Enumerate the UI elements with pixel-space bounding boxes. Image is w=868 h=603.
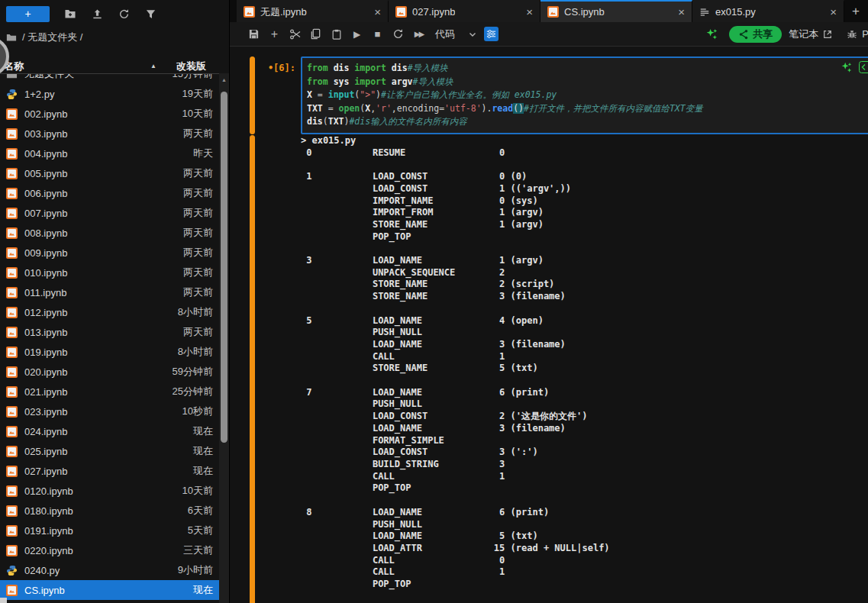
column-modified[interactable]: 改装版 bbox=[176, 60, 206, 73]
notebook-mode-label: 笔记本 bbox=[789, 27, 818, 41]
notebook-file-icon bbox=[6, 545, 18, 556]
output-collapser[interactable] bbox=[250, 135, 255, 603]
file-row-013.ipynb[interactable]: 013.ipynb两天前 bbox=[0, 322, 220, 342]
restart-kernel-button[interactable] bbox=[388, 25, 408, 44]
tab-close-icon[interactable]: × bbox=[526, 6, 533, 18]
breadcrumb[interactable]: / 无题文件夹 / bbox=[6, 30, 82, 45]
file-row-009.ipynb[interactable]: 009.ipynb两天前 bbox=[0, 243, 220, 263]
file-row-007.ipynb[interactable]: 007.ipynb两天前 bbox=[0, 203, 220, 223]
open-as-notebook-link[interactable]: 笔记本 bbox=[789, 27, 832, 41]
file-row-012.ipynb[interactable]: 012.ipynb8小时前 bbox=[0, 302, 220, 322]
file-row-003.ipynb[interactable]: 003.ipynb两天前 bbox=[0, 124, 220, 143]
save-button[interactable] bbox=[244, 25, 264, 44]
share-button[interactable]: 共享 bbox=[729, 26, 782, 43]
file-modified-time: 现在 bbox=[193, 464, 213, 478]
kernel-name[interactable]: P bbox=[862, 28, 868, 40]
notebook-file-icon bbox=[6, 446, 18, 457]
notebook-tab-icon bbox=[547, 6, 559, 18]
share-label: 共享 bbox=[753, 27, 773, 41]
sidebar-scrollbar[interactable]: ▲ bbox=[219, 73, 229, 603]
file-row-008.ipynb[interactable]: 008.ipynb两天前 bbox=[0, 223, 220, 243]
file-row-011.ipynb[interactable]: 011.ipynb两天前 bbox=[0, 282, 220, 302]
tab-close-icon[interactable]: × bbox=[678, 6, 685, 18]
file-row-004.ipynb[interactable]: 004.ipynb昨天 bbox=[0, 143, 220, 163]
file-name: 023.ipynb bbox=[24, 406, 67, 418]
file-name: 020.ipynb bbox=[24, 366, 67, 378]
file-row-006.ipynb[interactable]: 006.ipynb两天前 bbox=[0, 183, 220, 203]
generate-code-icon[interactable] bbox=[859, 61, 868, 73]
file-name: 011.ipynb bbox=[24, 287, 66, 298]
file-modified-time: 6天前 bbox=[188, 504, 213, 518]
file-modified-time: 19天前 bbox=[182, 87, 213, 101]
file-row-010.ipynb[interactable]: 010.ipynb两天前 bbox=[0, 263, 220, 282]
file-row-1+2.py[interactable]: 1+2.py19天前 bbox=[0, 84, 220, 104]
file-row-CS.ipynb[interactable]: CS.ipynb现在 bbox=[0, 580, 220, 600]
tab-close-icon[interactable]: × bbox=[374, 6, 381, 18]
refresh-icon[interactable] bbox=[118, 8, 130, 20]
file-row-0240.py[interactable]: 0240.py9小时前 bbox=[0, 560, 220, 580]
run-all-button[interactable]: ▶▶ bbox=[408, 25, 429, 44]
stop-kernel-button[interactable]: ■ bbox=[367, 25, 388, 44]
new-launcher-button[interactable]: + bbox=[6, 6, 50, 22]
file-modified-time: 10天前 bbox=[182, 484, 213, 498]
notebook-file-icon bbox=[6, 347, 18, 358]
cell-action-buttons bbox=[841, 61, 868, 73]
file-name: 0220.ipynb bbox=[24, 545, 73, 556]
file-row-0220.ipynb[interactable]: 0220.ipynb三天前 bbox=[0, 540, 220, 560]
notebook-toolbar: + ▶ ■ ▶▶ 代码 bbox=[230, 22, 868, 47]
file-row-027.ipynb[interactable]: 027.ipynb现在 bbox=[0, 461, 220, 481]
tab-ex015.py[interactable]: ex015.py× bbox=[692, 0, 844, 22]
file-row-020.ipynb[interactable]: 020.ipynb59分钟前 bbox=[0, 362, 220, 382]
paste-cell-button[interactable] bbox=[326, 25, 347, 44]
notebook-file-icon bbox=[6, 188, 18, 199]
folder-icon bbox=[6, 74, 18, 80]
file-row-025.ipynb[interactable]: 025.ipynb现在 bbox=[0, 441, 220, 461]
file-row-024.ipynb[interactable]: 024.ipynb现在 bbox=[0, 421, 220, 441]
tab-无题.ipynb[interactable]: 无题.ipynb× bbox=[237, 0, 389, 22]
filter-icon[interactable] bbox=[144, 8, 156, 20]
file-row-0120.ipynb[interactable]: 0120.ipynb10天前 bbox=[0, 481, 220, 501]
breadcrumb-path: / 无题文件夹 / bbox=[22, 31, 82, 44]
notebook-file-icon bbox=[6, 406, 18, 418]
notebook-file-icon bbox=[6, 208, 18, 219]
file-row-023.ipynb[interactable]: 023.ipynb10秒前 bbox=[0, 401, 220, 421]
file-row-无题文件夹[interactable]: 无题文件夹15分钟前 bbox=[0, 74, 220, 84]
cell-type-dropdown[interactable]: 代码 bbox=[435, 27, 477, 41]
play-icon: ▶ bbox=[353, 29, 360, 40]
file-row-019.ipynb[interactable]: 019.ipynb8小时前 bbox=[0, 342, 220, 362]
scrollbar-thumb[interactable] bbox=[221, 92, 227, 443]
property-inspector-button[interactable] bbox=[484, 27, 499, 41]
insert-cell-button[interactable]: + bbox=[264, 25, 285, 44]
new-folder-icon[interactable] bbox=[64, 8, 76, 20]
upload-icon[interactable] bbox=[91, 8, 103, 20]
notebook-file-icon bbox=[6, 505, 18, 517]
file-row-005.ipynb[interactable]: 005.ipynb两天前 bbox=[0, 163, 220, 183]
code-editor[interactable]: from dis import dis#导入模块from sys import … bbox=[301, 56, 868, 134]
code-line: TXT = open(X,'r',encoding='utf-8').read(… bbox=[307, 102, 866, 116]
tab-close-icon[interactable]: × bbox=[830, 6, 837, 18]
file-row-0180.ipynb[interactable]: 0180.ipynb6天前 bbox=[0, 501, 220, 521]
file-name: 009.ipynb bbox=[24, 247, 67, 259]
python-file-icon bbox=[6, 565, 18, 576]
debugger-button[interactable] bbox=[841, 25, 862, 44]
cell-ai-sparkles-icon[interactable] bbox=[841, 61, 853, 73]
tab-027.ipynb[interactable]: 027.ipynb× bbox=[389, 0, 540, 22]
run-cell-button[interactable]: ▶ bbox=[347, 25, 367, 44]
file-modified-time: 两天前 bbox=[183, 127, 213, 140]
scrollbar-up-icon[interactable]: ▲ bbox=[219, 73, 229, 87]
file-row-021.ipynb[interactable]: 021.ipynb25分钟前 bbox=[0, 382, 220, 401]
file-name: 1+2.py bbox=[24, 89, 54, 100]
sort-ascending-icon[interactable]: ▲ bbox=[150, 63, 156, 69]
copy-cell-button[interactable] bbox=[305, 25, 326, 44]
tab-label: 无题.ipynb bbox=[260, 5, 307, 19]
file-row-0191.ipynb[interactable]: 0191.ipynb5天前 bbox=[0, 521, 220, 540]
file-name: 004.ipynb bbox=[24, 148, 67, 160]
ai-assistant-button[interactable] bbox=[702, 25, 722, 44]
new-tab-button[interactable]: + bbox=[844, 0, 867, 22]
input-collapser[interactable] bbox=[250, 56, 255, 134]
tab-CS.ipynb[interactable]: CS.ipynb× bbox=[540, 0, 692, 22]
cut-cell-button[interactable] bbox=[285, 25, 305, 44]
file-row-002.ipynb[interactable]: 002.ipynb10天前 bbox=[0, 104, 220, 124]
file-name: 0191.ipynb bbox=[24, 525, 73, 537]
file-modified-time: 现在 bbox=[193, 444, 213, 458]
